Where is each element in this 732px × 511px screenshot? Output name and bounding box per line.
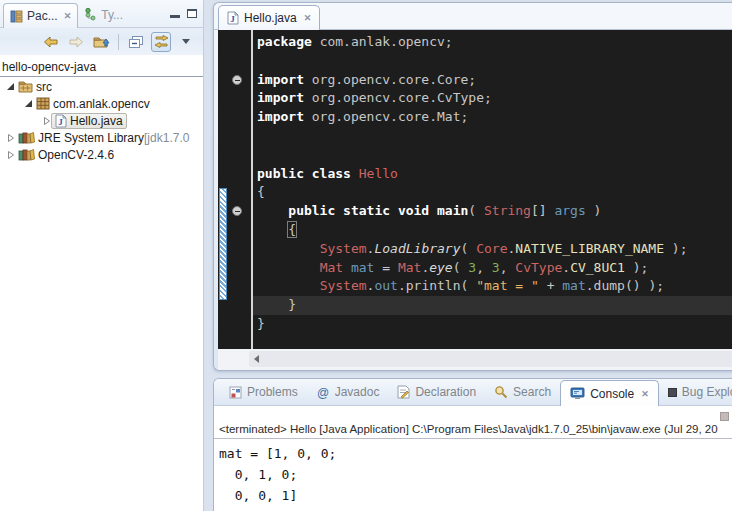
fold-minus-icon[interactable] <box>232 206 242 216</box>
tab-label: Javadoc <box>335 385 380 399</box>
tree-item-package[interactable]: com.anlak.opencv <box>0 95 203 112</box>
view-menu-button[interactable] <box>176 32 196 52</box>
tree-item-decoration: [jdk1.7.0 <box>144 131 189 145</box>
chevron-down-icon <box>182 39 190 44</box>
scroll-left-arrow-icon[interactable] <box>254 355 259 363</box>
horizontal-scrollbar[interactable] <box>218 349 732 370</box>
code-line: System.out.println( "mat = " + mat.dump(… <box>253 277 732 296</box>
close-icon[interactable]: ✕ <box>641 389 649 399</box>
console-toolbar <box>214 406 732 423</box>
tab-bug-explorer[interactable]: Bug Explorer <box>659 379 732 405</box>
code-token-pl: . <box>562 260 570 275</box>
code-token-pl: org.opencv.core.CvType; <box>312 90 492 105</box>
code-line: package com.anlak.opencv; <box>253 33 732 52</box>
tab-declaration[interactable]: Declaration <box>388 379 485 405</box>
java-file-icon: J <box>55 114 67 128</box>
code-line: { <box>253 221 732 240</box>
back-button[interactable] <box>41 32 61 52</box>
code-token-kw: package <box>257 34 320 49</box>
problems-icon <box>229 386 242 399</box>
tree-item-src[interactable]: src <box>0 78 203 95</box>
link-with-editor-button[interactable] <box>151 32 171 52</box>
code-token-pl <box>257 278 320 293</box>
code-token-kw: import <box>257 109 312 124</box>
console-output: mat = [1, 0, 0; 0, 1, 0; 0, 0, 1] <box>214 439 732 506</box>
code-token-cls: Mat <box>398 260 421 275</box>
tree-item-label: com.anlak.opencv <box>53 97 150 111</box>
forward-arrow-icon <box>68 36 84 48</box>
code-token-mth: LoadLibrary <box>374 241 460 256</box>
tree-item-project[interactable]: hello-opencv-java <box>0 59 203 75</box>
code-token-pl: .println( <box>398 278 476 293</box>
collapse-all-icon <box>128 35 144 49</box>
package-explorer-icon <box>10 10 23 23</box>
package-explorer-toolbar <box>0 28 203 55</box>
tree-item-label: JRE System Library <box>38 131 144 145</box>
code-token-pl: } <box>257 316 265 331</box>
tab-label: Console <box>590 387 634 401</box>
terminate-button[interactable] <box>720 412 729 421</box>
tab-label: Search <box>513 385 551 399</box>
code-line: import org.opencv.core.Core; <box>253 71 732 90</box>
up-button[interactable] <box>91 32 111 52</box>
tab-console[interactable]: Console ✕ <box>560 380 659 406</box>
code-token-pl: ); <box>625 260 648 275</box>
close-icon[interactable]: ✕ <box>64 11 72 21</box>
code-line: Mat mat = Mat.eye( 3, 3, CvType.CV_8UC1 … <box>253 259 732 278</box>
code-line: public static void main( String[] args ) <box>253 202 732 221</box>
code-token-str: "mat = " <box>476 278 539 293</box>
minimize-button[interactable] <box>170 15 180 18</box>
tab-type-hierarchy[interactable]: Ty... <box>78 2 129 27</box>
package-icon <box>36 97 50 110</box>
close-icon[interactable]: ✕ <box>304 13 312 23</box>
forward-button[interactable] <box>66 32 86 52</box>
java-file-icon: J <box>227 11 239 25</box>
code-token-brk: { <box>288 222 296 237</box>
tab-label: Pac... <box>27 9 58 23</box>
code-token-pl: = <box>374 260 397 275</box>
tree-item-jre-library[interactable]: JRE System Library [jdk1.7.0 <box>0 129 203 146</box>
code-editor[interactable]: package com.anlak.opencv;import org.open… <box>218 30 732 349</box>
code-token-kw: public static void main <box>288 203 468 218</box>
project-tree: hello-opencv-java src com.anlak <box>0 55 203 163</box>
package-explorer-header: Pac... ✕ Ty... <box>0 0 203 55</box>
collapsed-arrow-icon[interactable] <box>5 150 16 160</box>
code-token-pl <box>257 222 288 237</box>
link-editor-icon <box>154 35 169 48</box>
code-token-pl <box>257 203 288 218</box>
maximize-button[interactable] <box>187 9 197 18</box>
code-token-pl: [] <box>531 203 554 218</box>
search-icon <box>494 385 508 399</box>
bottom-tabstrip: Problems @ Javadoc Declaration Search Co… <box>214 379 732 406</box>
tab-package-explorer[interactable]: Pac... ✕ <box>3 3 78 28</box>
package-folder-icon <box>18 80 33 93</box>
code-token-pl: org.opencv.core.Mat; <box>312 109 469 124</box>
code-token-num: 3 <box>468 260 476 275</box>
code-token-pl <box>343 260 351 275</box>
package-explorer-panel: Pac... ✕ Ty... <box>0 0 204 511</box>
tab-javadoc[interactable]: @ Javadoc <box>307 379 389 405</box>
code-token-pl: , <box>500 260 516 275</box>
fold-minus-icon[interactable] <box>232 75 242 85</box>
code-token-var: mat <box>562 278 585 293</box>
svg-text:@: @ <box>317 386 329 400</box>
code-line: } <box>253 315 732 334</box>
collapse-all-button[interactable] <box>126 32 146 52</box>
eclipse-window: Pac... ✕ Ty... <box>0 0 732 511</box>
code-line <box>253 146 732 165</box>
expanded-arrow-icon[interactable] <box>5 82 16 91</box>
scrollbar-track[interactable] <box>249 351 732 367</box>
tab-search[interactable]: Search <box>485 379 560 405</box>
tab-label: Declaration <box>415 385 476 399</box>
expanded-arrow-icon[interactable] <box>23 99 34 108</box>
library-icon <box>18 131 35 144</box>
javadoc-icon: @ <box>316 385 330 399</box>
code-token-kw: import <box>257 72 312 87</box>
declaration-icon <box>397 385 410 399</box>
tab-problems[interactable]: Problems <box>220 379 307 405</box>
tab-hello-java[interactable]: J Hello.java ✕ <box>218 5 320 30</box>
console-status-line: <terminated> Hello [Java Application] C:… <box>214 423 732 439</box>
tree-item-opencv-library[interactable]: OpenCV-2.4.6 <box>0 146 203 163</box>
collapsed-arrow-icon[interactable] <box>5 133 16 143</box>
tree-item-hello-java[interactable]: J Hello.java <box>0 112 203 129</box>
